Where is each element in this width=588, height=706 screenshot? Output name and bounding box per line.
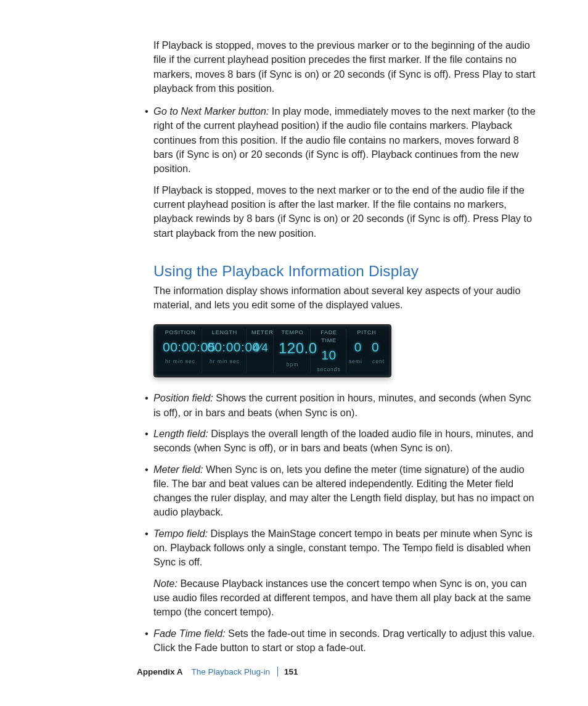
display-pitch[interactable]: PITCH 0 0 semi cent — [348, 329, 386, 373]
label-length: LENGTH — [207, 329, 242, 337]
display-position[interactable]: POSITION 00:00:05 hr min sec — [159, 329, 202, 373]
bullet-next-marker: • Go to Next Marker button: In play mode… — [153, 104, 539, 176]
label-pitch: PITCH — [351, 329, 382, 337]
footer-page-number: 151 — [284, 666, 298, 678]
sub-tempo: bpm — [279, 361, 306, 368]
sub-position: hr min sec — [163, 358, 198, 365]
display-length[interactable]: LENGTH 00:00:00 hr min sec — [203, 329, 247, 373]
value-fade: 10 — [316, 346, 342, 364]
term-meter: Meter field: — [153, 464, 203, 475]
note-desc: Because Playback instances use the conce… — [153, 578, 531, 618]
bullet-glyph: • — [145, 626, 149, 641]
desc-tempo: Displays the MainStage concert tempo in … — [153, 528, 533, 568]
bullet-glyph: • — [145, 527, 149, 541]
value-meter: 4⁄4 — [251, 339, 269, 356]
term-next-marker: Go to Next Marker button: — [153, 105, 269, 117]
desc-length: Displays the overall length of the loade… — [153, 428, 533, 453]
display-fade[interactable]: FADE TIME 10 seconds — [312, 329, 346, 373]
value-tempo: 120.0 — [279, 338, 306, 359]
value-position: 00:00:05 — [163, 338, 198, 356]
page-footer: Appendix A The Playback Plug-in 151 — [137, 666, 543, 678]
note-tempo: Note: Because Playback instances use the… — [153, 577, 539, 620]
sub-length: hr min sec — [207, 358, 242, 365]
sub-fade: seconds — [316, 366, 342, 373]
bullet-tempo-field: • Tempo field: Displays the MainStage co… — [153, 527, 539, 570]
bullet-length-field: • Length field: Displays the overall len… — [153, 427, 539, 456]
value-pitch-semi: 0 — [354, 338, 362, 356]
footer-title: The Playback Plug-in — [192, 666, 271, 678]
value-length: 00:00:00 — [207, 338, 242, 356]
term-length: Length field: — [153, 428, 208, 439]
note-term: Note: — [153, 578, 178, 589]
label-tempo: TEMPO — [279, 329, 306, 337]
value-pitch-cent: 0 — [372, 338, 379, 356]
sub-pitch-cent: cent — [372, 358, 385, 365]
bullet-meter-field: • Meter field: When Sync is on, lets you… — [153, 462, 539, 520]
bullet-position-field: • Position field: Shows the current posi… — [153, 391, 539, 420]
footer-appendix: Appendix A — [137, 666, 183, 678]
label-fade: FADE TIME — [316, 329, 342, 345]
sub-pitch-semi: semi — [349, 358, 362, 365]
section-heading: Using the Playback Information Display — [153, 260, 539, 282]
term-tempo: Tempo field: — [153, 528, 208, 539]
bullet-fade-field: • Fade Time field: Sets the fade-out tim… — [153, 626, 539, 655]
footer-rule — [277, 667, 278, 676]
para-prev-stopped: If Playback is stopped, moves to the pre… — [153, 38, 539, 96]
bullet-glyph: • — [145, 462, 149, 477]
label-meter: METER — [251, 329, 269, 337]
bullet-glyph: • — [145, 391, 149, 405]
bullet-glyph: • — [145, 104, 149, 118]
display-meter[interactable]: METER 4⁄4 — [248, 329, 274, 373]
playback-info-display: POSITION 00:00:05 hr min sec LENGTH 00:0… — [153, 324, 391, 377]
desc-meter: When Sync is on, lets you define the met… — [153, 464, 534, 518]
term-fade: Fade Time field: — [153, 628, 226, 639]
display-tempo[interactable]: TEMPO 120.0 bpm — [275, 329, 311, 373]
term-position: Position field: — [153, 392, 213, 403]
para-next-stopped: If Playback is stopped, moves to the nex… — [153, 183, 539, 240]
section-intro: The information display shows informatio… — [153, 284, 539, 313]
label-position: POSITION — [163, 329, 198, 337]
bullet-glyph: • — [145, 427, 149, 441]
